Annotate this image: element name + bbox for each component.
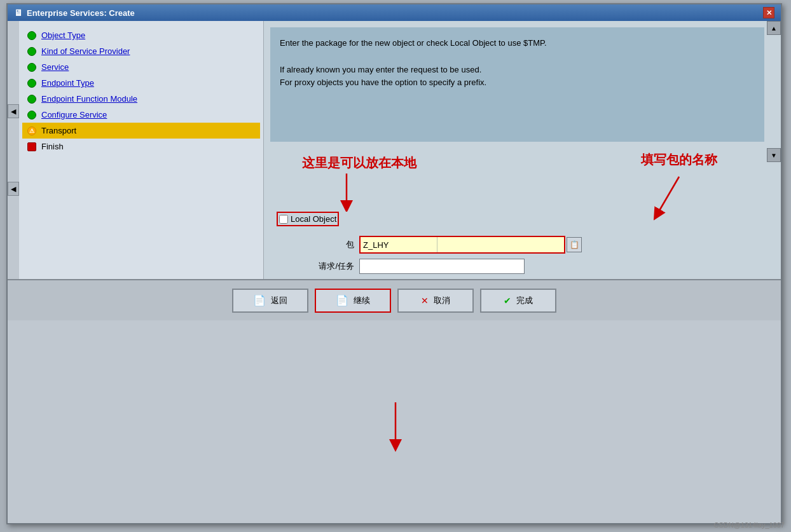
arrow-to-continue (376, 402, 415, 453)
request-label: 请求/任务 (277, 261, 359, 272)
status-dot-error (27, 142, 36, 151)
annotation-package-name: 填写包的名称 (641, 151, 717, 168)
continue-button[interactable]: 📄 继续 (315, 289, 391, 313)
status-dot-green (27, 31, 36, 40)
status-dot-green (27, 79, 36, 88)
info-panel: Enter the package for the new object or … (270, 27, 764, 142)
close-button[interactable]: ✕ (763, 7, 774, 18)
status-dot-green (27, 63, 36, 72)
sidebar-label-finish: Finish (41, 142, 64, 151)
nav-arrow-down[interactable]: ◀ (8, 182, 19, 196)
title-icon: 🖥 (14, 8, 23, 18)
sidebar-link-endpoint-function[interactable]: Endpoint Function Module (41, 94, 137, 104)
status-dot-warning: ⚠ (27, 126, 36, 135)
local-object-row: Local Object (277, 212, 762, 226)
sidebar-item-endpoint-function[interactable]: Endpoint Function Module (22, 91, 260, 107)
info-line4: For proxy objects you have the option to… (280, 76, 755, 90)
status-dot-green (27, 111, 36, 119)
back-button[interactable]: 📄 返回 (232, 289, 308, 313)
svg-line-1 (657, 177, 679, 215)
sidebar-item-endpoint-type[interactable]: Endpoint Type (22, 75, 260, 91)
sidebar-link-kind-of-service[interactable]: Kind of Service Provider (41, 46, 130, 56)
arrow-to-checkbox (334, 174, 359, 212)
sidebar-label-transport: Transport (41, 126, 76, 135)
arrow-to-package (647, 174, 685, 224)
package-row: 包 📋 (277, 236, 762, 254)
sidebar-link-service[interactable]: Service (41, 62, 69, 72)
continue-icon: 📄 (336, 294, 348, 306)
local-object-checkbox[interactable] (279, 215, 288, 224)
sidebar-item-service[interactable]: Service (22, 59, 260, 75)
package-input[interactable] (361, 237, 437, 252)
info-line3: If already known you may enter the reque… (280, 64, 755, 77)
sidebar-item-finish[interactable]: Finish (22, 139, 260, 154)
sidebar-link-object-type[interactable]: Object Type (41, 31, 85, 40)
dialog-title-text: Enterprise Services: Create (27, 8, 135, 18)
package-browse-button[interactable]: 📋 (567, 237, 582, 252)
annotation-local-object: 这里是可以放在本地 (302, 154, 416, 172)
info-line1: Enter the package for the new object or … (280, 37, 755, 50)
sidebar-link-configure-service[interactable]: Configure Service (41, 110, 107, 119)
sidebar: Object Type Kind of Service Provider Ser… (19, 21, 264, 279)
status-dot-green (27, 47, 36, 56)
sidebar-item-object-type[interactable]: Object Type (22, 27, 260, 43)
local-object-label[interactable]: Local Object (291, 214, 336, 224)
cancel-icon: ✕ (421, 296, 429, 306)
package-label: 包 (277, 239, 359, 250)
bottom-bar: 📄 返回 📄 继续 ✕ 取消 ✔ 完成 (8, 279, 781, 320)
request-input[interactable] (359, 259, 525, 274)
scroll-down-button[interactable]: ▼ (767, 148, 781, 162)
sidebar-item-configure-service[interactable]: Configure Service (22, 107, 260, 123)
sidebar-link-endpoint-type[interactable]: Endpoint Type (41, 78, 94, 88)
status-dot-green (27, 95, 36, 104)
scroll-up-button[interactable]: ▲ (767, 21, 781, 35)
finish-icon: ✔ (504, 296, 511, 306)
nav-arrow-up[interactable]: ◀ (8, 104, 19, 118)
sidebar-item-transport[interactable]: ⚠ Transport (22, 123, 260, 139)
cancel-label: 取消 (434, 295, 450, 306)
finish-button[interactable]: ✔ 完成 (480, 289, 556, 313)
request-row: 请求/任务 (277, 259, 762, 274)
dialog-title-bar: 🖥 Enterprise Services: Create ✕ (8, 4, 781, 21)
cancel-button[interactable]: ✕ 取消 (397, 289, 474, 313)
continue-label: 继续 (354, 295, 370, 306)
sidebar-item-kind-of-service[interactable]: Kind of Service Provider (22, 43, 260, 59)
finish-label: 完成 (516, 295, 533, 306)
back-label: 返回 (271, 295, 287, 306)
back-icon: 📄 (253, 294, 266, 306)
